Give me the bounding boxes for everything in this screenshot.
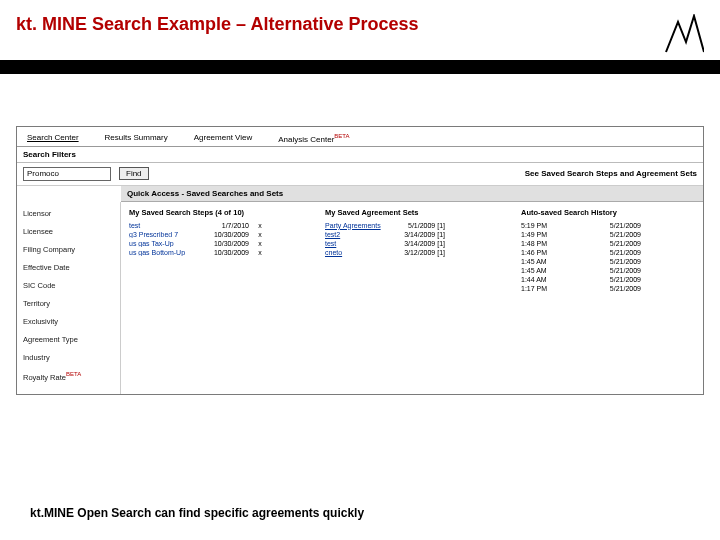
saved-panels: My Saved Search Steps (4 of 10) test1/7/… (121, 202, 703, 395)
set-row: cneto3/12/2009 [1] (325, 249, 499, 256)
step-row: us gas Bottom-Up10/30/2009x (129, 249, 303, 256)
tab-analysis-label: Analysis Center (278, 135, 334, 144)
history-date: 5/21/2009 (581, 285, 641, 292)
find-button[interactable]: Find (119, 167, 149, 180)
delete-icon[interactable]: x (253, 222, 267, 229)
filter-filing-company[interactable]: Filing Company (23, 245, 114, 254)
delete-icon[interactable]: x (253, 231, 267, 238)
tab-analysis-center[interactable]: Analysis CenterBETA (274, 131, 353, 146)
history-date: 5/21/2009 (581, 276, 641, 283)
app-window: Search Center Results Summary Agreement … (16, 126, 704, 395)
step-link[interactable]: test (129, 222, 201, 229)
see-saved-link[interactable]: See Saved Search Steps and Agreement Set… (525, 169, 697, 178)
history-row[interactable]: 1:48 PM5/21/2009 (521, 240, 695, 247)
filter-industry[interactable]: Industry (23, 353, 114, 362)
history-date: 5/21/2009 (581, 258, 641, 265)
history-row[interactable]: 1:46 PM5/21/2009 (521, 249, 695, 256)
step-row: test1/7/2010x (129, 222, 303, 229)
col-header-sets: My Saved Agreement Sets (325, 208, 499, 217)
history-row[interactable]: 5:19 PM5/21/2009 (521, 222, 695, 229)
set-row: test3/14/2009 [1] (325, 240, 499, 247)
mountain-logo-icon (664, 14, 704, 54)
tab-results-summary[interactable]: Results Summary (101, 131, 172, 146)
beta-badge: BETA (334, 133, 349, 139)
step-date: 10/30/2009 (201, 240, 253, 247)
set-link[interactable]: test (325, 240, 385, 247)
tab-search-center[interactable]: Search Center (23, 131, 83, 146)
col-saved-sets: My Saved Agreement Sets Party Agreements… (325, 208, 499, 389)
filter-exclusivity[interactable]: Exclusivity (23, 317, 114, 326)
step-row: us gas Tax-Up10/30/2009x (129, 240, 303, 247)
history-row[interactable]: 1:44 AM5/21/2009 (521, 276, 695, 283)
history-date: 5/21/2009 (581, 231, 641, 238)
app-body: Licensor Licensee Filing Company Effecti… (17, 202, 703, 395)
history-time: 1:46 PM (521, 249, 581, 256)
history-row[interactable]: 1:45 AM5/21/2009 (521, 258, 695, 265)
set-link[interactable]: cneto (325, 249, 385, 256)
set-row: Party Agreements5/1/2009 [1] (325, 222, 499, 229)
history-time: 1:45 AM (521, 258, 581, 265)
title-divider (0, 60, 720, 74)
step-link[interactable]: us gas Bottom-Up (129, 249, 201, 256)
step-date: 10/30/2009 (201, 249, 253, 256)
history-date: 5/21/2009 (581, 240, 641, 247)
set-date: 5/1/2009 [1] (385, 222, 445, 229)
slide-title: kt. MINE Search Example – Alternative Pr… (16, 14, 658, 35)
history-date: 5/21/2009 (581, 267, 641, 274)
filter-territory[interactable]: Territory (23, 299, 114, 308)
slide-footer: kt.MINE Open Search can find specific ag… (30, 506, 364, 520)
col-header-history: Auto-saved Search History (521, 208, 695, 217)
step-link[interactable]: us gas Tax-Up (129, 240, 201, 247)
main-tabs: Search Center Results Summary Agreement … (17, 127, 703, 147)
filter-agreement-type[interactable]: Agreement Type (23, 335, 114, 344)
filter-royalty-label: Royalty Rate (23, 372, 66, 381)
search-row: Find See Saved Search Steps and Agreemen… (17, 163, 703, 186)
delete-icon[interactable]: x (253, 249, 267, 256)
history-date: 5/21/2009 (581, 249, 641, 256)
step-date: 1/7/2010 (201, 222, 253, 229)
filter-effective-date[interactable]: Effective Date (23, 263, 114, 272)
history-time: 5:19 PM (521, 222, 581, 229)
history-time: 1:48 PM (521, 240, 581, 247)
filter-licensee[interactable]: Licensee (23, 227, 114, 236)
history-time: 1:49 PM (521, 231, 581, 238)
step-row: g3 Prescribed 710/30/2009x (129, 231, 303, 238)
set-link[interactable]: test2 (325, 231, 385, 238)
col-history: Auto-saved Search History 5:19 PM5/21/20… (521, 208, 695, 389)
set-row: test23/14/2009 [1] (325, 231, 499, 238)
history-time: 1:17 PM (521, 285, 581, 292)
set-date: 3/14/2009 [1] (385, 231, 445, 238)
history-row[interactable]: 1:45 AM5/21/2009 (521, 267, 695, 274)
search-input[interactable] (23, 167, 111, 181)
history-date: 5/21/2009 (581, 222, 641, 229)
col-saved-steps: My Saved Search Steps (4 of 10) test1/7/… (129, 208, 303, 389)
col-header-steps: My Saved Search Steps (4 of 10) (129, 208, 303, 217)
history-time: 1:45 AM (521, 267, 581, 274)
set-link[interactable]: Party Agreements (325, 222, 385, 229)
filter-royalty-rate[interactable]: Royalty RateBETA (23, 371, 114, 382)
set-date: 3/12/2009 [1] (385, 249, 445, 256)
beta-badge: BETA (66, 371, 81, 377)
search-filters-label: Search Filters (17, 147, 703, 163)
filter-sic-code[interactable]: SIC Code (23, 281, 114, 290)
step-date: 10/30/2009 (201, 231, 253, 238)
quick-access-bar: Quick Access - Saved Searches and Sets (121, 186, 703, 202)
history-row[interactable]: 1:49 PM5/21/2009 (521, 231, 695, 238)
history-time: 1:44 AM (521, 276, 581, 283)
step-link[interactable]: g3 Prescribed 7 (129, 231, 201, 238)
delete-icon[interactable]: x (253, 240, 267, 247)
filter-licensor[interactable]: Licensor (23, 209, 114, 218)
history-row[interactable]: 1:17 PM5/21/2009 (521, 285, 695, 292)
filters-sidebar: Licensor Licensee Filing Company Effecti… (17, 202, 121, 395)
tab-agreement-view[interactable]: Agreement View (190, 131, 257, 146)
set-date: 3/14/2009 [1] (385, 240, 445, 247)
